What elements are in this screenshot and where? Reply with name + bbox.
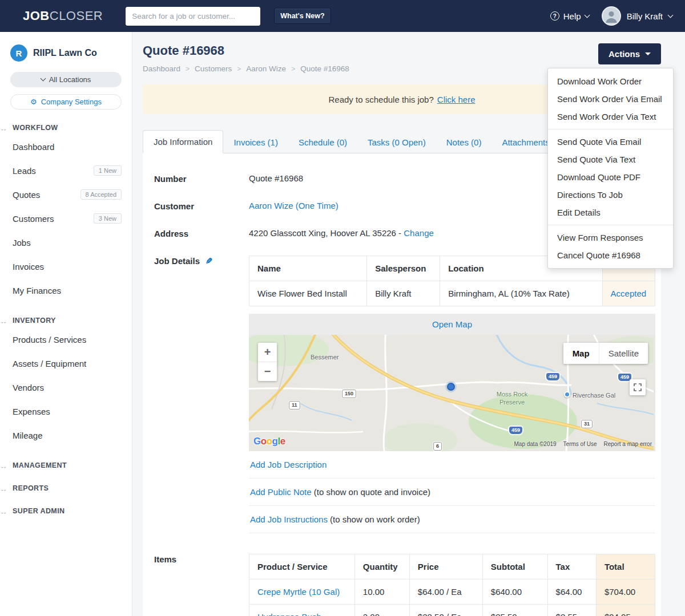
number-label: Number xyxy=(154,173,249,184)
tab-schedule[interactable]: Schedule (0) xyxy=(288,131,357,153)
locations-label: All Locations xyxy=(49,75,91,84)
col-header-subtotal: Subtotal xyxy=(482,554,547,579)
item-price: $64.00 / Ea xyxy=(409,579,482,605)
breadcrumb-dashboard[interactable]: Dashboard xyxy=(143,64,180,73)
satellite-view-button[interactable]: Satellite xyxy=(599,343,648,364)
address-label: Address xyxy=(154,228,249,238)
menu-item-send-work-order-email[interactable]: Send Work Order Via Email xyxy=(548,90,673,108)
sidebar-item-dashboard[interactable]: Dashboard xyxy=(0,135,132,159)
alert-text: Ready to schedule this job? xyxy=(329,95,434,104)
col-header-salesperson: Salesperson xyxy=(367,256,440,281)
col-header-tax: Tax xyxy=(547,554,596,579)
items-row: Items Product / Service Quantity Price S… xyxy=(154,545,661,616)
chevron-down-icon xyxy=(40,76,46,82)
breadcrumb-separator: > xyxy=(186,65,190,73)
map-view-button[interactable]: Map xyxy=(563,343,599,364)
click-here-link[interactable]: Click here xyxy=(437,95,476,104)
edit-pencil-icon[interactable]: ✎ xyxy=(206,256,213,266)
items-table: Product / Service Quantity Price Subtota… xyxy=(249,554,655,616)
sidebar-item-vendors[interactable]: Vendors xyxy=(0,375,132,399)
customer-link[interactable]: Aaron Wize xyxy=(249,201,293,210)
user-name: Billy Kraft xyxy=(627,11,663,21)
sidebar-item-assets-equipment[interactable]: Assets / Equipment xyxy=(0,351,132,375)
user-avatar[interactable] xyxy=(602,6,621,26)
gear-icon: ⚙ xyxy=(30,98,37,106)
menu-item-send-quote-email[interactable]: Send Quote Via Email xyxy=(548,133,673,151)
quotes-badge: 8 Accepted xyxy=(80,189,122,200)
actions-button[interactable]: Actions xyxy=(598,43,661,64)
customer-label: Customer xyxy=(154,201,249,211)
add-job-description-link[interactable]: Add Job Description xyxy=(250,460,327,469)
tab-job-information[interactable]: Job Information xyxy=(143,130,223,153)
customer-type-link[interactable]: (One Time) xyxy=(296,201,339,210)
tab-tasks[interactable]: Tasks (0 Open) xyxy=(357,131,436,153)
menu-item-download-work-order[interactable]: Download Work Order xyxy=(548,72,673,90)
zoom-out-button[interactable]: − xyxy=(258,362,277,381)
zoom-in-button[interactable]: + xyxy=(258,343,277,362)
help-menu[interactable]: ? Help xyxy=(550,11,589,21)
map-poi-icon xyxy=(564,391,570,398)
job-details-label: Job Details xyxy=(154,256,200,266)
breadcrumb-customers[interactable]: Customers xyxy=(195,64,232,73)
workflow-nav: Dashboard Leads1 New Quotes8 Accepted Cu… xyxy=(0,135,132,302)
user-menu[interactable]: Billy Kraft xyxy=(602,6,672,26)
search-input[interactable] xyxy=(126,7,260,26)
top-navbar: JOBCLOSER What's New? ? Help Billy Kraft xyxy=(0,0,685,32)
status-badge: Accepted xyxy=(602,281,655,306)
add-public-note-link[interactable]: Add Public Note xyxy=(250,487,312,497)
sidebar-item-mileage[interactable]: Mileage xyxy=(0,423,132,447)
sidebar-item-my-finances[interactable]: My Finances xyxy=(0,278,132,302)
google-logo: Google xyxy=(253,436,285,447)
section-header-reports[interactable]: -- REPORTS xyxy=(0,484,132,493)
public-note-suffix: (to show on quote and invoice) xyxy=(312,487,430,497)
topbar-right: ? Help Billy Kraft xyxy=(550,6,672,26)
person-icon xyxy=(605,9,618,23)
sidebar-item-label: Invoices xyxy=(13,262,44,271)
fullscreen-button[interactable] xyxy=(630,379,646,395)
sidebar-item-quotes[interactable]: Quotes8 Accepted xyxy=(0,183,132,206)
menu-item-directions-to-job[interactable]: Directions To Job xyxy=(548,186,673,204)
sidebar-item-label: Quotes xyxy=(13,190,40,200)
item-total: $94.05 xyxy=(596,605,655,616)
add-public-note-row: Add Public Note (to show on quote and in… xyxy=(249,479,655,506)
product-link[interactable]: Hydrangea Bush xyxy=(257,612,321,616)
add-job-instructions-link[interactable]: Add Job Instructions xyxy=(250,514,328,524)
product-link[interactable]: Crepe Myrtle (10 Gal) xyxy=(257,587,340,597)
menu-item-cancel-quote[interactable]: Cancel Quote #16968 xyxy=(548,246,673,264)
whats-new-button[interactable]: What's New? xyxy=(274,8,331,24)
section-header-super-admin[interactable]: -- SUPER ADMIN xyxy=(0,506,132,516)
map-type-control: Map Satellite xyxy=(563,343,648,364)
sidebar: R RIIPL Lawn Co All Locations ⚙ Company … xyxy=(0,32,132,616)
locations-dropdown[interactable]: All Locations xyxy=(10,72,122,87)
menu-item-edit-details[interactable]: Edit Details xyxy=(548,204,673,221)
add-job-description-row: Add Job Description xyxy=(249,451,655,479)
sidebar-item-invoices[interactable]: Invoices xyxy=(0,254,132,278)
tab-invoices[interactable]: Invoices (1) xyxy=(223,131,288,153)
breadcrumb: Dashboard > Customers > Aaron Wize > Quo… xyxy=(143,64,349,73)
menu-item-send-work-order-text[interactable]: Send Work Order Via Text xyxy=(548,108,673,125)
menu-item-send-quote-text[interactable]: Send Quote Via Text xyxy=(548,151,673,168)
sidebar-item-expenses[interactable]: Expenses xyxy=(0,399,132,423)
sidebar-item-label: Assets / Equipment xyxy=(13,359,86,368)
item-quantity: 3.00 xyxy=(354,605,409,616)
tab-notes[interactable]: Notes (0) xyxy=(436,131,492,153)
menu-item-view-form-responses[interactable]: View Form Responses xyxy=(548,229,673,246)
menu-item-download-quote-pdf[interactable]: Download Quote PDF xyxy=(548,168,673,186)
sidebar-item-jobs[interactable]: Jobs xyxy=(0,230,132,254)
report-map-error-link[interactable]: Report a map error xyxy=(604,441,652,447)
sidebar-item-leads[interactable]: Leads1 New xyxy=(0,159,132,183)
map-header: Open Map xyxy=(249,314,655,335)
open-map-link[interactable]: Open Map xyxy=(432,319,472,329)
sidebar-item-customers[interactable]: Customers3 New xyxy=(0,206,132,230)
map[interactable]: Bessemer Moss Rock Preserve Riverchase G… xyxy=(249,335,655,451)
company-settings-button[interactable]: ⚙ Company Settings xyxy=(10,94,122,110)
page-title: Quote #16968 xyxy=(143,43,349,58)
fullscreen-icon xyxy=(633,383,642,392)
sidebar-item-products-services[interactable]: Products / Services xyxy=(0,327,132,351)
section-header-management[interactable]: -- MANAGEMENT xyxy=(0,461,132,470)
job-name: Wise Flower Bed Install xyxy=(249,281,367,306)
terms-of-use-link[interactable]: Terms of Use xyxy=(563,441,597,447)
breadcrumb-aaron-wize[interactable]: Aaron Wize xyxy=(246,64,286,73)
change-address-link[interactable]: Change xyxy=(404,228,434,238)
map-data-text: Map data ©2019 xyxy=(514,441,557,447)
